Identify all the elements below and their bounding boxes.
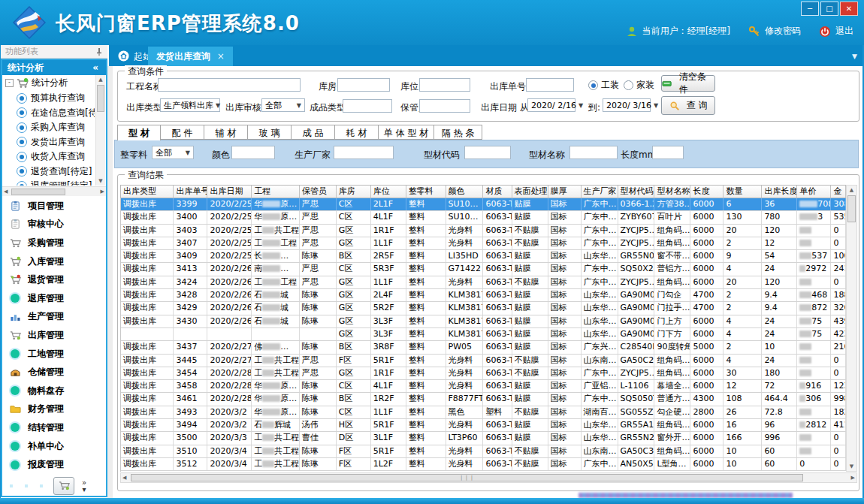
sidebar-menu-item[interactable]: 入库管理	[2, 252, 106, 271]
search-button[interactable]: 查 询	[661, 96, 715, 115]
table-row[interactable]: 调拨出库34132020/2/26南…严思C区5R3F整料G714226063-…	[121, 263, 846, 276]
sidebar-tree-item[interactable]: 退货查询[待定]	[2, 164, 95, 180]
maximize-button[interactable]: □	[820, 2, 838, 16]
sidebar-menu-item[interactable]: 退库管理	[2, 289, 106, 308]
tree-scroll-thumb[interactable]	[97, 85, 104, 112]
table-row[interactable]: 调拨出库34242020/2/26工工程严思G区1L1F整料光身料6063-T5…	[121, 276, 846, 289]
column-header[interactable]: 膜厚	[548, 186, 582, 198]
sidebar-menu-item[interactable]: 仓储管理	[2, 363, 106, 382]
table-row[interactable]: 调拨出库34932020/3/2华原…陈琳C区1L1F整料黑色塑料不贴膜国标湖南…	[121, 406, 846, 419]
material-tab[interactable]: 隔 热 条	[434, 125, 482, 140]
profile-code-input[interactable]	[464, 146, 511, 159]
table-row[interactable]: 调拨出库34292020/2/26石城陈琳G区5R2F整料KLM38176063…	[121, 302, 846, 315]
column-header[interactable]: 生产厂家	[582, 186, 618, 198]
material-tab[interactable]: 单 体 型 材	[379, 125, 434, 140]
column-header[interactable]: 工程	[252, 186, 300, 198]
clear-conditions-button[interactable]: 清空条件	[661, 75, 715, 92]
sidebar-menu-item[interactable]: 审核中心	[2, 216, 106, 234]
column-header[interactable]: 出库类型	[121, 186, 174, 198]
sidebar-menu-item[interactable]: 采购管理	[2, 234, 106, 252]
scroll-down-icon[interactable]: ▼	[96, 177, 105, 186]
table-row[interactable]: 调拨出库34282020/2/26石城陈琳G区2L4F整料KLM38176063…	[121, 289, 846, 302]
tree-horizontal-scrollbar[interactable]: ◀ ▶	[2, 186, 106, 196]
material-tab[interactable]: 耗 材	[335, 125, 379, 140]
table-row[interactable]: 调拨出库34092020/2/25长…陈琳B区2R5F整料LI35HD6063-…	[121, 250, 846, 263]
collapse-icon[interactable]: «	[92, 60, 98, 75]
table-row[interactable]: 调拨出库35122020/3/4工共工程陈琳F区1L2F整料光身料6063-T5…	[121, 458, 846, 471]
sidebar-tree-item[interactable]: 退库管理[待定]	[2, 179, 95, 186]
length-input[interactable]	[652, 146, 684, 159]
column-header[interactable]: 材质	[483, 186, 512, 198]
out-type-select[interactable]: 生产领料出库▼	[160, 98, 220, 112]
scroll-up-icon[interactable]: ▲	[96, 75, 105, 84]
table-row[interactable]: G区3L3F整料KLM38176063-T5贴膜国标山东华…GA90M09.门下…	[121, 328, 846, 341]
column-header[interactable]: 出库日期	[207, 186, 252, 198]
table-row[interactable]: 调拨出库34542020/2/28工共工程严思G区1R1F整料光身料6063-T…	[121, 367, 846, 380]
column-header[interactable]: 颜色	[446, 186, 484, 198]
column-header[interactable]: 表面处理	[512, 186, 548, 198]
scroll-left-icon[interactable]: ◀	[4, 187, 8, 197]
column-header[interactable]: 出库长度	[762, 186, 797, 198]
product-type-input[interactable]	[343, 99, 392, 113]
table-vscroll-thumb[interactable]	[847, 195, 856, 222]
column-header[interactable]: 库位	[371, 186, 406, 198]
scroll-up-icon[interactable]: ▲	[847, 186, 856, 195]
scroll-right-icon[interactable]: ▶	[101, 187, 104, 197]
sidebar-menu-item[interactable]: 出库管理	[2, 326, 106, 345]
column-header[interactable]: 出库单号	[174, 186, 207, 198]
minimize-button[interactable]: ─	[801, 2, 819, 16]
sidebar-menu-item[interactable]: 项目管理	[2, 197, 106, 216]
sidebar-tree-item[interactable]: 发货出库查询	[2, 135, 95, 150]
profile-name-input[interactable]	[569, 146, 618, 159]
table-row[interactable]: 调拨出库33992020/2/25华原…严思C区2L1F整料SU10…6063-…	[121, 198, 846, 211]
sidebar-tree-item[interactable]: 预算执行查询	[2, 91, 95, 106]
table-row[interactable]: 调拨出库35002020/3/3工共工程曹佳D区3L1F整料LT3P606063…	[121, 432, 846, 445]
date-to-picker[interactable]: 2020/ 3/16▼	[603, 98, 651, 112]
table-row[interactable]: 调拨出库34302020/2/26石城陈琳G区3L3F整料KLM38176063…	[121, 315, 846, 328]
location-input[interactable]	[419, 78, 470, 92]
table-row[interactable]: 调拨出库34032020/2/25工共工程严思G区1R1F整料光身料6063-T…	[121, 225, 846, 237]
scroll-left-icon[interactable]: ◀	[122, 473, 126, 483]
sidebar-tree-item[interactable]: 收货入库查询	[2, 149, 95, 164]
sidebar-menu-item[interactable]: 财务管理	[2, 400, 106, 419]
date-from-picker[interactable]: 2020/ 2/16▼	[527, 98, 575, 112]
tree-hscroll-thumb[interactable]	[11, 189, 65, 195]
tab-overflow-caret-icon[interactable]: ▼	[852, 53, 857, 60]
table-row[interactable]: 调拨出库34612020/2/28华原…陈琳B区1R2F整料F8877FT606…	[121, 393, 846, 406]
column-header[interactable]: 金	[831, 186, 846, 198]
table-horizontal-scrollbar[interactable]: ◀ ❘❘❘ ▶	[120, 472, 857, 483]
table-row[interactable]: 调拨出库34072020/2/25工工程严思G区1L1F整料光身料6063-T5…	[121, 237, 846, 250]
change-password-link[interactable]: 修改密码	[765, 25, 801, 38]
material-tab[interactable]: 配 件	[161, 125, 204, 140]
tree-vertical-scrollbar[interactable]: ▲ ▼	[95, 75, 105, 186]
column-header[interactable]: 整零料	[406, 186, 446, 198]
radio-jiazhuang[interactable]: 家装	[624, 79, 654, 92]
pin-icon[interactable]	[95, 47, 103, 56]
warehouse-input[interactable]	[337, 78, 390, 92]
table-row[interactable]: 调拨出库34942020/3/2石辉城汤伟H区5R1F整料光身料6063-T5贴…	[121, 419, 846, 432]
column-header[interactable]: 长度	[690, 186, 724, 198]
table-row[interactable]: 调拨出库34452020/2/27工共工程严思F区5R1F整料光身料6063-T…	[121, 355, 846, 367]
column-header[interactable]: 数量	[724, 186, 762, 198]
sidebar-menu-item[interactable]: 报废管理	[2, 455, 106, 474]
table-row[interactable]: 调拨出库34372020/2/27佛…陈琳B区3R8F整料PW056063-T5…	[121, 341, 846, 354]
material-tab[interactable]: 型 材	[117, 125, 161, 140]
color-input[interactable]	[231, 146, 275, 159]
material-tab[interactable]: 成 品	[292, 125, 335, 140]
tab-shipping-outbound-query[interactable]: 发货出库查询 ×	[148, 47, 233, 66]
sidebar-menu-item[interactable]: 结转管理	[2, 418, 106, 437]
sidebar-section-header[interactable]: 统计分析 «	[2, 60, 106, 75]
tree-expander-icon[interactable]: -	[5, 79, 14, 87]
sidebar-menu-item[interactable]: 补单中心	[2, 437, 106, 456]
sidebar-overflow-button[interactable]: »▾	[82, 479, 86, 493]
table-vertical-scrollbar[interactable]: ▲ ▼	[846, 185, 857, 472]
table-row[interactable]: 调拨出库34002020/2/25华原…严思C区4L1F整料SU10…6063-…	[121, 211, 846, 224]
keeper-input[interactable]	[419, 99, 470, 113]
column-header[interactable]: 单价	[797, 186, 831, 198]
audit-select[interactable]: 全部▼	[261, 98, 305, 112]
sidebar-menu-item[interactable]: 工地管理	[2, 345, 106, 364]
logout-link[interactable]: 退出	[835, 25, 853, 38]
column-header[interactable]: 库房	[337, 186, 371, 198]
table-row[interactable]: 调拨出库34582020/2/28华原…陈琳C区4L1F整料光身料6063-T5…	[121, 380, 846, 393]
sidebar-tree-item[interactable]: 采购入库查询	[2, 120, 95, 135]
